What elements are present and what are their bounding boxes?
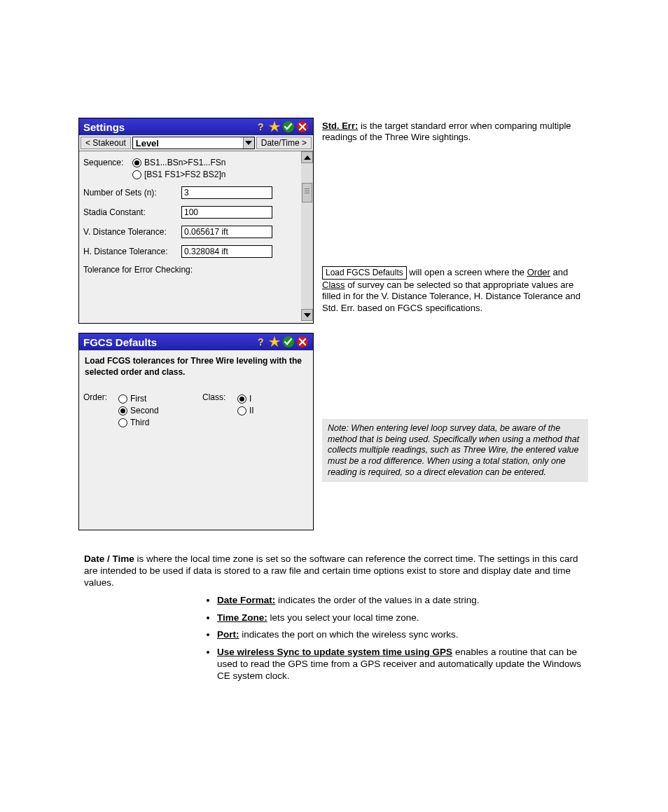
class-ii-radio[interactable] bbox=[237, 406, 246, 415]
numsets-input[interactable] bbox=[181, 186, 272, 199]
bullet-2: Time Zone: lets you select your local ti… bbox=[217, 612, 588, 624]
order-first-label: First bbox=[130, 394, 146, 404]
back-button[interactable]: < Stakeout bbox=[81, 137, 131, 149]
order-second-radio[interactable] bbox=[118, 406, 127, 415]
doc-right-1: Std. Err: is the target standard error w… bbox=[322, 121, 588, 144]
forward-button[interactable]: Date/Time > bbox=[256, 137, 312, 149]
svg-text:?: ? bbox=[258, 121, 264, 132]
svg-marker-1 bbox=[269, 121, 280, 132]
star-icon[interactable] bbox=[268, 336, 281, 348]
doc-note: Note: When entering level loop survey da… bbox=[322, 419, 588, 482]
bullet-3: Port: indicates the port on which the wi… bbox=[217, 629, 588, 641]
settings-titlebar: Settings ? bbox=[79, 118, 313, 135]
svg-marker-6 bbox=[304, 313, 311, 317]
help-icon[interactable]: ? bbox=[254, 121, 267, 133]
load-body: will open a screen where the bbox=[407, 267, 527, 277]
vdt-label: V. Distance Tolerance: bbox=[83, 227, 181, 237]
order-label: Order: bbox=[83, 392, 118, 429]
datetime-heading: Date / Time bbox=[84, 553, 134, 564]
help-icon[interactable]: ? bbox=[254, 336, 267, 348]
class-i-radio[interactable] bbox=[237, 394, 246, 404]
close-icon[interactable] bbox=[296, 336, 309, 348]
settings-title: Settings bbox=[83, 121, 253, 133]
fgcs-window: FGCS Defaults ? Load FCGS tolerances for… bbox=[78, 333, 314, 530]
star-icon[interactable] bbox=[268, 121, 281, 133]
ok-icon[interactable] bbox=[282, 121, 295, 133]
fgcs-description: Load FCGS tolerances for Three Wire leve… bbox=[85, 356, 307, 378]
sequence-opt2-label: [BS1 FS1>FS2 BS2]n bbox=[144, 170, 225, 179]
doc-bottom: Date / Time is where the local time zone… bbox=[84, 553, 588, 688]
svg-marker-5 bbox=[304, 156, 311, 160]
svg-marker-4 bbox=[245, 141, 252, 145]
scroll-down-icon[interactable] bbox=[301, 309, 313, 321]
class-label: Class: bbox=[202, 392, 237, 429]
fgcs-title: FGCS Defaults bbox=[83, 336, 253, 348]
stderr-body: is the target standard error when compar… bbox=[322, 121, 571, 142]
sequence-label: Sequence: bbox=[83, 158, 132, 167]
load-body2: of survey can be selected so that approp… bbox=[322, 280, 580, 313]
load-order: Order bbox=[527, 267, 550, 277]
class-i-label: I bbox=[249, 394, 251, 404]
order-first-radio[interactable] bbox=[118, 394, 127, 404]
bullet-list: Date Format: indicates the order of the … bbox=[217, 595, 588, 682]
scroll-thumb[interactable] bbox=[302, 183, 312, 202]
svg-text:?: ? bbox=[258, 336, 264, 347]
fgcs-titlebar: FGCS Defaults ? bbox=[79, 333, 313, 350]
tolerr-label: Tolerance for Error Checking: bbox=[83, 265, 193, 275]
vdt-input[interactable] bbox=[181, 226, 272, 238]
order-third-radio[interactable] bbox=[118, 418, 127, 427]
order-second-label: Second bbox=[130, 406, 159, 415]
sequence-radio-1[interactable] bbox=[132, 158, 141, 167]
hdt-label: H. Distance Tolerance: bbox=[83, 247, 181, 256]
category-value: Level bbox=[136, 138, 159, 149]
svg-marker-8 bbox=[269, 336, 280, 347]
doc-right-2: Load FGCS Defaults will open a screen wh… bbox=[322, 266, 588, 314]
settings-window: Settings ? < Stakeout Level Date/Ti bbox=[78, 118, 314, 324]
load-defaults-button-label: Load FGCS Defaults bbox=[322, 266, 407, 280]
stadia-input[interactable] bbox=[181, 206, 272, 219]
order-third-label: Third bbox=[130, 418, 149, 427]
stadia-label: Stadia Constant: bbox=[83, 207, 181, 217]
sequence-radio-2[interactable] bbox=[132, 170, 141, 179]
ok-icon[interactable] bbox=[282, 336, 295, 348]
stderr-heading: Std. Err: bbox=[322, 121, 358, 131]
settings-toolbar: < Stakeout Level Date/Time > bbox=[79, 135, 313, 151]
category-dropdown[interactable]: Level bbox=[132, 137, 255, 149]
load-and: and bbox=[550, 267, 568, 277]
bullet-1: Date Format: indicates the order of the … bbox=[217, 595, 588, 607]
vertical-scrollbar[interactable] bbox=[301, 151, 313, 321]
chevron-down-icon bbox=[243, 137, 254, 149]
note-box: Note: When entering level loop survey da… bbox=[322, 419, 588, 482]
datetime-body: is where the local time zone is set so t… bbox=[84, 553, 578, 588]
load-class: Class bbox=[322, 280, 345, 290]
bullet-4: Use wireless Sync to update system time … bbox=[217, 647, 588, 682]
hdt-input[interactable] bbox=[181, 245, 272, 258]
numsets-label: Number of Sets (n): bbox=[83, 188, 181, 198]
sequence-opt1-label: BS1...BSn>FS1...FSn bbox=[144, 158, 225, 167]
scroll-up-icon[interactable] bbox=[301, 151, 313, 163]
class-ii-label: II bbox=[249, 406, 254, 415]
close-icon[interactable] bbox=[296, 121, 309, 133]
